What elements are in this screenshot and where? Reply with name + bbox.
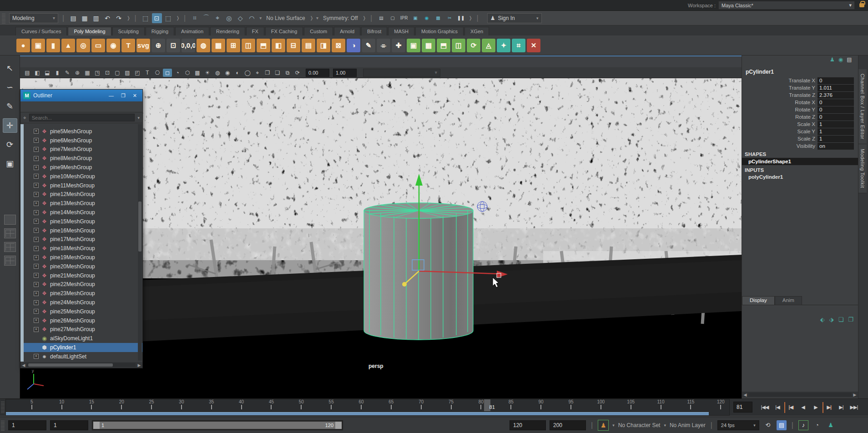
status-grip[interactable] <box>2 13 5 24</box>
shape-node-name[interactable]: pCylinderShape1 <box>742 158 858 165</box>
expand-arrow-icon[interactable]: ❭ <box>126 15 130 20</box>
chevron-down-icon[interactable]: ▾ <box>316 15 318 20</box>
insert-edge-loop-icon[interactable]: ⌯ <box>377 39 390 52</box>
expand-icon[interactable]: + <box>34 192 39 197</box>
poly-plane-icon[interactable]: ▭ <box>91 39 105 52</box>
expand-icon[interactable]: + <box>34 156 39 161</box>
outliner-titlebar[interactable]: M Outliner —❐✕ <box>20 90 142 101</box>
shelf-tab[interactable]: Curves / Surfaces <box>15 27 67 35</box>
expand-icon[interactable]: + <box>34 228 39 233</box>
light-editor-icon[interactable]: ✂ <box>444 13 454 23</box>
expand-icon[interactable]: + <box>34 318 39 323</box>
close-button[interactable]: ✕ <box>133 93 137 99</box>
four-view-layout-button[interactable] <box>4 228 16 238</box>
select-component-icon[interactable]: ⬚ <box>163 13 173 23</box>
shelf-tab[interactable]: Sculpting <box>112 27 145 35</box>
undo-icon[interactable]: ↶ <box>102 13 112 23</box>
step-back-frame-button[interactable]: |◀ <box>772 402 783 413</box>
uv-editor-icon[interactable]: ✦ <box>497 39 510 52</box>
snap-curve-icon[interactable]: ⌒ <box>201 13 211 23</box>
minimize-button[interactable]: — <box>109 93 114 99</box>
snap-grid-icon[interactable]: ⌗ <box>190 13 200 23</box>
shaded-icon[interactable]: ◻ <box>163 69 172 77</box>
search-input[interactable] <box>29 114 135 121</box>
outliner-item-pine8MeshGroup[interactable]: + pine8MeshGroup <box>24 154 142 163</box>
workspace-select[interactable]: Maya Classic* ▾ <box>718 1 855 10</box>
poly-cylinder-icon[interactable]: ▮ <box>46 39 60 52</box>
go-to-start-button[interactable]: |◀◀ <box>759 402 771 413</box>
animation-end-field[interactable]: 200 <box>550 420 586 430</box>
shelf-tab[interactable]: Arnold <box>334 27 360 35</box>
filter-icon[interactable]: ⌖ <box>23 115 26 121</box>
expand-icon[interactable]: + <box>34 354 39 359</box>
delete-history-icon[interactable]: ✕ <box>527 39 540 52</box>
paint-selection-tool-icon[interactable]: ✎ <box>3 99 17 114</box>
expand-icon[interactable]: + <box>34 129 39 134</box>
new-layer-from-selected-icon[interactable]: ❐ <box>848 316 853 323</box>
outliner-item-pine14MeshGroup[interactable]: + pine14MeshGroup <box>24 208 142 217</box>
snap-point-icon[interactable]: ⌖ <box>212 13 222 23</box>
shelf-tab[interactable]: Bifrost <box>361 27 387 35</box>
select-hierarchy-icon[interactable]: ⬚ <box>141 13 151 23</box>
timeline-ruler[interactable]: 81 5 10 15 20 25 30 <box>5 399 730 416</box>
expand-arrow-icon[interactable]: ❭ <box>310 15 313 20</box>
make-live-icon[interactable]: ◠ <box>247 13 257 23</box>
outliner-item-pine27MeshGroup[interactable]: + pine27MeshGroup <box>24 325 142 334</box>
sign-in-button[interactable]: ♟ Sign In ▾ <box>487 13 542 23</box>
camera-select-icon[interactable]: ▤ <box>23 69 32 77</box>
play-forward-button[interactable]: ▶ <box>810 402 822 413</box>
channel-value-field[interactable]: 0 <box>818 114 854 121</box>
wireframe-icon[interactable]: ⎔ <box>153 69 162 77</box>
step-forward-frame-button[interactable]: ▶| <box>835 402 847 413</box>
render-view-icon[interactable]: ▤ <box>376 13 386 23</box>
film-gate-icon[interactable]: ◳ <box>93 69 102 77</box>
grid-icon[interactable]: ▦ <box>83 69 92 77</box>
expand-arrow-icon[interactable]: ❭ <box>469 15 472 20</box>
ambient-occlusion-icon[interactable]: ◉ <box>223 69 232 77</box>
expand-icon[interactable]: + <box>34 147 39 152</box>
poly-text-icon[interactable]: T <box>121 39 135 52</box>
channel-value-field[interactable]: 1.011 <box>818 85 854 91</box>
select-tool-icon[interactable]: ↖ <box>3 61 17 76</box>
redo-icon[interactable]: ↷ <box>114 13 124 23</box>
range-grip[interactable] <box>1 420 5 431</box>
render-current-frame-icon[interactable]: ▢ <box>388 13 398 23</box>
shelf-tab[interactable]: FX Caching <box>265 27 303 35</box>
channel-value-field[interactable]: 1 <box>818 136 854 142</box>
chevron-down-icon[interactable]: ▾ <box>664 423 666 428</box>
field-chart-icon[interactable]: ▨ <box>123 69 132 77</box>
scroll-left-icon[interactable]: ◀ <box>742 393 748 397</box>
select-object-icon[interactable]: ⊡ <box>152 13 162 23</box>
multi-cut-icon[interactable]: ✎ <box>362 39 375 52</box>
poly-cone-icon[interactable]: ▲ <box>61 39 75 52</box>
outliner-item-pine5MeshGroup[interactable]: + pine5MeshGroup <box>24 127 142 136</box>
fps-select[interactable]: 24 fps ▾ <box>717 420 759 430</box>
expand-icon[interactable]: + <box>34 309 39 314</box>
pan-zoom-icon[interactable]: ⊕ <box>73 69 82 77</box>
bridge-icon[interactable]: ⊠ <box>332 39 345 52</box>
exposure-field[interactable]: 0.00 <box>306 69 329 77</box>
symmetrize-icon[interactable]: ⟳ <box>467 39 480 52</box>
rotate-tool-icon[interactable]: ⟳ <box>3 137 17 152</box>
show-channel-box-icon[interactable]: ▤ <box>847 56 852 63</box>
character-set-icon[interactable]: ♟ <box>598 420 609 431</box>
outliner-item-pine16MeshGroup[interactable]: + pine16MeshGroup <box>24 226 142 235</box>
shelf-tab[interactable]: MASH <box>388 27 414 35</box>
animation-start-field[interactable]: 1 <box>8 420 46 430</box>
expand-icon[interactable]: + <box>34 210 39 215</box>
resolution-gate-icon[interactable]: ⊡ <box>103 69 112 77</box>
quad-draw-icon[interactable]: ▣ <box>407 39 420 52</box>
target-weld-icon[interactable]: ▦ <box>422 39 435 52</box>
gamma-field[interactable]: 1.00 <box>333 69 357 77</box>
average-vertices-icon[interactable]: ◬ <box>482 39 495 52</box>
range-end-handle[interactable] <box>335 422 342 429</box>
outliner-item-pine6MeshGroup[interactable]: + pine6MeshGroup <box>24 136 142 145</box>
gate-mask-icon[interactable]: ▢ <box>113 69 122 77</box>
layer-tab[interactable]: Display <box>742 296 775 305</box>
isolate-select-icon[interactable]: ⌖ <box>253 69 262 77</box>
poly-cube-icon[interactable]: ▣ <box>31 39 45 52</box>
mirror-icon[interactable]: ◑ <box>347 39 360 52</box>
symmetry-label[interactable]: Symmetry: Off <box>321 15 359 21</box>
outliner-item-pine7MeshGroup[interactable]: + pine7MeshGroup <box>24 145 142 154</box>
bevel-icon[interactable]: ◨ <box>317 39 330 52</box>
